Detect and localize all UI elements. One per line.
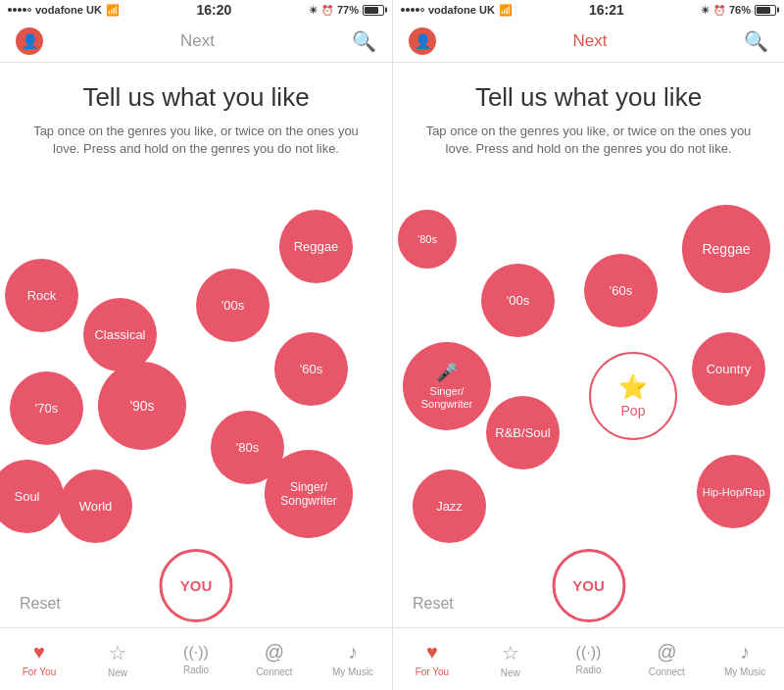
tab-bar-right: ♥ For You ☆ New ((·)) Radio @ Connect ♪ … — [393, 627, 784, 690]
status-bar-left: vodafone UK 📶 16:20 ☀ ⏰ 77% — [0, 0, 392, 20]
you-bubble-right[interactable]: YOU — [552, 549, 625, 622]
new-icon-right: ☆ — [502, 641, 519, 665]
search-button-right[interactable]: 🔍 — [744, 29, 768, 53]
bubble-80s-right[interactable]: '80s — [398, 210, 457, 269]
carrier-left: vodafone UK — [35, 4, 102, 16]
tab-radio-left[interactable]: ((·)) Radio — [157, 628, 235, 690]
tab-connect-right[interactable]: @ Connect — [627, 628, 706, 690]
subtitle-left: Tap once on the genres you like, or twic… — [20, 123, 372, 158]
title-section-right: Tell us what you like Tap once on the ge… — [393, 63, 784, 168]
battery-fill-right — [757, 7, 770, 14]
new-icon-left: ☆ — [109, 641, 126, 665]
tab-for-you-right[interactable]: ♥ For You — [393, 628, 471, 690]
star-icon: ⭐ — [618, 373, 648, 401]
screen-left: vodafone UK 📶 16:20 ☀ ⏰ 77% 👤 Next 🔍 Tel… — [0, 0, 392, 690]
avatar-left[interactable]: 👤 — [16, 27, 43, 55]
battery-fill-left — [365, 7, 378, 14]
my-music-label-right: My Music — [724, 666, 765, 677]
title-section-left: Tell us what you like Tap once on the ge… — [0, 63, 392, 168]
battery-icon-right — [755, 5, 776, 16]
bubble-60s-right[interactable]: '60s — [584, 254, 658, 327]
radio-label-right: Radio — [575, 665, 601, 675]
status-bar-right: vodafone UK 📶 16:21 ☀ ⏰ 76% — [393, 0, 784, 20]
bubble-world[interactable]: World — [59, 469, 132, 543]
for-you-label-left: For You — [23, 666, 56, 677]
carrier-right: vodafone UK — [428, 4, 495, 16]
bubble-00s[interactable]: '00s — [196, 269, 270, 342]
bubble-60s[interactable]: '60s — [274, 332, 348, 406]
next-button-right[interactable]: Next — [573, 31, 608, 51]
main-content-left: Tell us what you like Tap once on the ge… — [0, 63, 392, 627]
bubble-70s[interactable]: '70s — [10, 371, 83, 445]
main-content-right: Tell us what you like Tap once on the ge… — [393, 63, 784, 627]
tab-new-right[interactable]: ☆ New — [471, 628, 550, 690]
tab-my-music-left[interactable]: ♪ My Music — [314, 628, 392, 690]
connect-label-right: Connect — [649, 666, 685, 677]
radio-label-left: Radio — [183, 665, 209, 675]
for-you-label-right: For You — [416, 666, 449, 677]
bubble-hiphop-rap-right[interactable]: Hip-Hop/Rap — [697, 455, 770, 528]
signal-dots-left — [8, 8, 31, 12]
tab-bar-left: ♥ For You ☆ New ((·)) Radio @ Connect ♪ … — [0, 627, 392, 690]
bubble-classical[interactable]: Classical — [83, 298, 157, 371]
subtitle-right: Tap once on the genres you like, or twic… — [413, 123, 764, 158]
bubble-soul[interactable]: Soul — [0, 460, 64, 533]
sun-icon-left: ☀ — [309, 5, 318, 16]
page-title-right: Tell us what you like — [413, 82, 764, 113]
radio-icon-right: ((·)) — [576, 644, 602, 662]
wifi-icon-left: 📶 — [106, 4, 120, 17]
bubble-singer-songwriter-right[interactable]: 🎤 Singer/Songwriter — [403, 342, 491, 430]
wifi-icon-right: 📶 — [499, 4, 513, 17]
tab-radio-right[interactable]: ((·)) Radio — [550, 628, 628, 690]
time-right: 16:21 — [589, 2, 624, 18]
my-music-icon-right: ♪ — [740, 641, 750, 664]
bubble-90s[interactable]: '90s — [98, 362, 186, 450]
connect-icon-left: @ — [265, 641, 284, 664]
battery-text-right: 76% — [729, 4, 751, 16]
mic-icon: 🎤 — [436, 362, 458, 383]
bubble-country-right[interactable]: Country — [692, 332, 765, 406]
new-label-left: New — [108, 667, 127, 678]
tab-new-left[interactable]: ☆ New — [78, 628, 157, 690]
reset-button-left[interactable]: Reset — [20, 595, 61, 613]
bubble-pop-right[interactable]: ⭐ Pop — [589, 352, 677, 440]
bubble-singer-songwriter-left[interactable]: Singer/Songwriter — [265, 450, 353, 538]
tab-my-music-right[interactable]: ♪ My Music — [706, 628, 784, 690]
signal-dots-right — [401, 8, 424, 12]
new-label-right: New — [501, 667, 520, 678]
next-button-left[interactable]: Next — [180, 31, 215, 51]
tab-for-you-left[interactable]: ♥ For You — [0, 628, 78, 690]
bubble-jazz-right[interactable]: Jazz — [413, 469, 486, 543]
my-music-icon-left: ♪ — [348, 641, 358, 664]
tab-connect-left[interactable]: @ Connect — [235, 628, 314, 690]
alarm-icon-left: ⏰ — [321, 5, 333, 16]
bubble-rock[interactable]: Rock — [5, 259, 78, 332]
for-you-icon-left: ♥ — [33, 641, 45, 664]
my-music-label-left: My Music — [332, 666, 373, 677]
page-title-left: Tell us what you like — [20, 82, 372, 113]
sun-icon-right: ☀ — [701, 5, 710, 16]
avatar-right[interactable]: 👤 — [409, 27, 436, 55]
bubble-00s-right[interactable]: '00s — [481, 264, 555, 337]
bubble-reggae[interactable]: Reggae — [279, 210, 353, 283]
reset-button-right[interactable]: Reset — [413, 595, 454, 613]
bubble-reggae-right[interactable]: Reggae — [682, 205, 770, 293]
you-bubble-left[interactable]: YOU — [160, 549, 233, 622]
nav-bar-left: 👤 Next 🔍 — [0, 20, 392, 63]
for-you-icon-right: ♥ — [426, 641, 438, 664]
radio-icon-left: ((·)) — [183, 644, 209, 662]
screen-right: vodafone UK 📶 16:21 ☀ ⏰ 76% 👤 Next 🔍 Tel… — [392, 0, 784, 690]
alarm-icon-right: ⏰ — [713, 5, 725, 16]
search-button-left[interactable]: 🔍 — [352, 29, 376, 53]
connect-icon-right: @ — [657, 641, 676, 664]
time-left: 16:20 — [197, 2, 232, 18]
connect-label-left: Connect — [256, 666, 292, 677]
battery-text-left: 77% — [337, 4, 359, 16]
nav-bar-right: 👤 Next 🔍 — [393, 20, 784, 63]
battery-icon-left — [363, 5, 384, 16]
bubble-rb-soul-right[interactable]: R&B/Soul — [486, 396, 560, 469]
